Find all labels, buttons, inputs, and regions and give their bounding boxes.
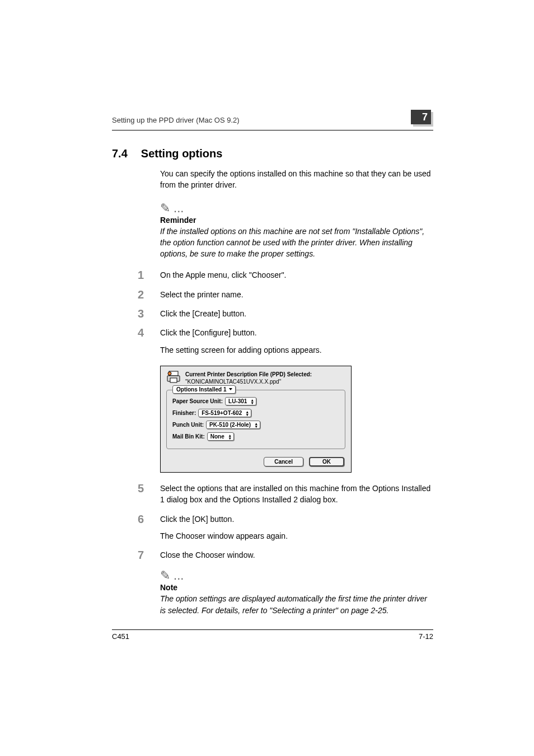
step-subtext: The setting screen for adding options ap… bbox=[160, 344, 433, 356]
printer-icon bbox=[166, 371, 181, 383]
step-text: Select the printer name. bbox=[160, 290, 243, 299]
reminder-text: If the installed options on this machine… bbox=[160, 226, 433, 260]
note-label: Note bbox=[160, 583, 433, 592]
step-7: Close the Chooser window. bbox=[112, 549, 433, 561]
section-title: Setting options bbox=[141, 147, 223, 160]
mail-bin-label: Mail Bin Kit: bbox=[172, 433, 205, 440]
chapter-badge: 7 bbox=[411, 112, 433, 128]
running-header: Setting up the PPD driver (Mac OS 9.2) bbox=[112, 116, 240, 124]
step-text: Click the [OK] button. bbox=[160, 515, 234, 524]
options-tab-select[interactable]: Options Installed 1 bbox=[172, 385, 236, 394]
footer-model: C451 bbox=[112, 632, 129, 641]
step-4: Click the [Configure] button. The settin… bbox=[112, 327, 433, 356]
punch-unit-select[interactable]: PK-510 (2-Hole)▴▾ bbox=[206, 421, 260, 429]
section-number: 7.4 bbox=[112, 147, 128, 160]
svg-point-2 bbox=[168, 372, 171, 375]
step-1: On the Apple menu, click "Chooser". bbox=[112, 269, 433, 281]
cancel-button[interactable]: Cancel bbox=[264, 457, 303, 466]
mail-bin-select[interactable]: None▴▾ bbox=[207, 432, 234, 441]
ok-button[interactable]: OK bbox=[309, 457, 344, 466]
finisher-select[interactable]: FS-519+OT-602▴▾ bbox=[198, 409, 251, 417]
punch-unit-label: Punch Unit: bbox=[172, 422, 204, 428]
options-dialog: Current Printer Description File (PPD) S… bbox=[160, 366, 352, 473]
step-text: Click the [Configure] button. bbox=[160, 328, 257, 337]
step-text: Click the [Create] button. bbox=[160, 309, 246, 318]
svg-rect-3 bbox=[170, 378, 177, 382]
paper-source-select[interactable]: LU-301▴▾ bbox=[225, 397, 256, 405]
step-3: Click the [Create] button. bbox=[112, 308, 433, 319]
step-5: Select the options that are installed on… bbox=[112, 483, 433, 506]
step-text: Close the Chooser window. bbox=[160, 550, 255, 559]
step-text: Select the options that are installed on… bbox=[160, 484, 430, 504]
note-icon: ✎ ... bbox=[160, 568, 433, 583]
step-text: On the Apple menu, click "Chooser". bbox=[160, 270, 287, 279]
note-text: The option settings are displayed automa… bbox=[160, 593, 433, 616]
paper-source-label: Paper Source Unit: bbox=[172, 398, 223, 404]
finisher-label: Finisher: bbox=[172, 410, 196, 416]
dialog-ppd-name: "KONICAMINOLTAC451UVX.X.X.ppd" bbox=[185, 378, 312, 385]
dialog-title: Current Printer Description File (PPD) S… bbox=[185, 371, 312, 378]
intro-paragraph: You can specify the options installed on… bbox=[160, 168, 433, 191]
step-2: Select the printer name. bbox=[112, 289, 433, 300]
step-6: Click the [OK] button. The Chooser windo… bbox=[112, 514, 433, 542]
footer-page: 7-12 bbox=[419, 632, 433, 641]
step-subtext: The Chooser window appears again. bbox=[160, 530, 433, 542]
reminder-label: Reminder bbox=[160, 216, 433, 225]
header-rule bbox=[112, 130, 433, 130]
reminder-icon: ✎ ... bbox=[160, 201, 433, 216]
